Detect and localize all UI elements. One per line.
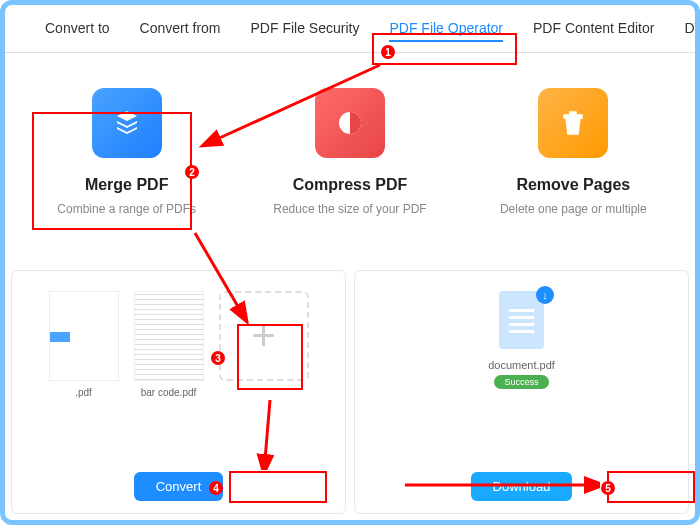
trash-icon — [538, 88, 608, 158]
marker-5: 5 — [601, 481, 615, 495]
download-button[interactable]: Download — [471, 472, 573, 501]
status-badge: Success — [494, 375, 548, 389]
pdf-file-1[interactable]: .pdf — [49, 291, 119, 398]
result-filename: document.pdf — [488, 359, 555, 371]
file-label-1: .pdf — [75, 387, 92, 398]
pdf-file-2[interactable]: bar code.pdf — [134, 291, 204, 398]
tab-convert-from[interactable]: Convert from — [140, 20, 221, 42]
tab-pdf-file-security[interactable]: PDF File Security — [251, 20, 360, 42]
bottom-panels: .pdf bar code.pdf + Convert ↓ document.p… — [11, 270, 689, 514]
compress-pdf-card[interactable]: Compress PDF Reduce the size of your PDF — [248, 88, 451, 216]
compress-title: Compress PDF — [293, 176, 408, 194]
thumbnail-1 — [49, 291, 119, 381]
download-panel: ↓ document.pdf Success Download — [354, 270, 689, 514]
remove-title: Remove Pages — [516, 176, 630, 194]
file-label-2: bar code.pdf — [141, 387, 197, 398]
add-file-button[interactable]: + — [219, 291, 309, 381]
merge-pdf-card[interactable]: Merge PDF Combine a range of PDFs — [25, 88, 228, 216]
compress-icon — [315, 88, 385, 158]
convert-panel: .pdf bar code.pdf + Convert — [11, 270, 346, 514]
file-grid: .pdf bar code.pdf + — [49, 291, 309, 398]
compress-desc: Reduce the size of your PDF — [273, 202, 426, 216]
merge-title: Merge PDF — [85, 176, 169, 194]
merge-icon — [92, 88, 162, 158]
tab-convert-to[interactable]: Convert to — [45, 20, 110, 42]
download-badge-icon: ↓ — [536, 286, 554, 304]
remove-desc: Delete one page or multiple — [500, 202, 647, 216]
thumbnail-2 — [134, 291, 204, 381]
merge-desc: Combine a range of PDFs — [57, 202, 196, 216]
marker-4: 4 — [209, 481, 223, 495]
marker-3: 3 — [211, 351, 225, 365]
marker-2: 2 — [185, 165, 199, 179]
remove-pages-card[interactable]: Remove Pages Delete one page or multiple — [472, 88, 675, 216]
tab-pdf-content-editor[interactable]: PDF Content Editor — [533, 20, 654, 42]
tab-bar: Convert to Convert from PDF File Securit… — [5, 5, 695, 53]
result-doc: ↓ document.pdf Success — [488, 291, 555, 389]
tab-pdf-file-operator[interactable]: PDF File Operator — [389, 20, 503, 42]
tab-dwg[interactable]: DWG — [684, 20, 700, 42]
operations-row: Merge PDF Combine a range of PDFs Compre… — [5, 53, 695, 226]
marker-1: 1 — [381, 45, 395, 59]
plus-icon: + — [251, 312, 276, 360]
